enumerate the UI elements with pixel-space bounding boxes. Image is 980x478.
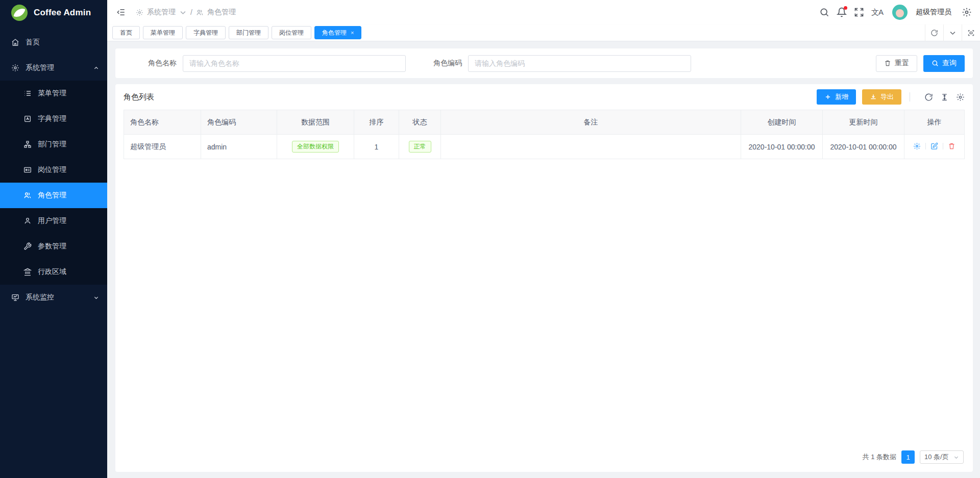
sidebar-group-label: 系统管理 [26,63,54,72]
sidebar-item-param-mgmt[interactable]: 参数管理 [0,234,107,259]
refresh-icon[interactable] [924,93,933,102]
cell-remark [441,135,741,159]
sidebar-item-label: 菜单管理 [38,89,66,98]
sidebar-item-dict-mgmt[interactable]: 字典管理 [0,106,107,132]
page-number-button[interactable]: 1 [901,450,915,464]
sidebar-group-label: 系统监控 [26,293,54,302]
app-logo[interactable]: Coffee Admin [0,0,107,26]
role-code-input[interactable] [468,55,691,72]
tab-dept-mgmt[interactable]: 部门管理 [229,26,268,39]
username[interactable]: 超级管理员 [916,8,951,17]
role-table: 角色名称 角色编码 数据范围 排序 状态 备注 创建时间 更新时间 操作 超级管… [124,110,965,159]
row-edit-icon[interactable] [930,142,938,150]
sidebar-submenu-system: 菜单管理 字典管理 部门管理 岗位管理 角色管理 用户管理 [0,81,107,285]
status-badge: 正常 [409,141,431,153]
cell-created-at: 2020-10-01 00:00:00 [741,135,823,159]
top-header: 系统管理 / 角色管理 文A 超级管理员 [107,0,980,24]
sidebar-item-user-mgmt[interactable]: 用户管理 [0,208,107,234]
export-button[interactable]: 导出 [862,89,901,105]
role-name-input[interactable] [183,55,406,72]
tab-role-mgmt[interactable]: 角色管理 × [314,26,361,39]
translate-icon[interactable]: 文A [871,8,883,17]
gear-icon [11,64,19,72]
sidebar-item-label: 首页 [26,38,40,47]
page-size-select[interactable]: 10 条/页 [920,450,964,464]
role-name-label: 角色名称 [148,59,177,68]
sidebar: Coffee Admin 首页 系统管理 菜单管理 字典管理 部门管理 [0,0,107,478]
col-data-scope: 数据范围 [277,110,354,135]
pagination-total: 共 1 条数据 [863,452,896,462]
sidebar-item-label: 角色管理 [38,191,66,200]
col-remark: 备注 [441,110,741,135]
clear-icon [884,60,891,67]
tab-close-icon[interactable]: × [351,30,354,36]
tab-menu-mgmt[interactable]: 菜单管理 [143,26,183,39]
tab-post-mgmt[interactable]: 岗位管理 [272,26,311,39]
role-code-field: 角色编码 [433,55,691,72]
role-icon [196,9,204,16]
row-permission-gear-icon[interactable] [913,142,921,150]
col-role-name: 角色名称 [124,110,201,135]
search-icon [932,60,939,67]
search-form-card: 角色名称 角色编码 重置 查询 [115,48,973,78]
breadcrumb-level1[interactable]: 系统管理 [147,8,176,17]
column-settings-gear-icon[interactable] [956,93,965,102]
gear-icon [136,9,143,16]
avatar[interactable] [892,5,908,20]
role-name-field: 角色名称 [148,55,406,72]
sidebar-group-monitor[interactable]: 系统监控 [0,285,107,310]
col-actions: 操作 [904,110,965,135]
query-button[interactable]: 查询 [923,55,965,72]
chevron-down-icon [179,9,187,16]
refresh-icon [930,29,938,37]
maximize-icon [967,29,975,37]
settings-gear-icon[interactable] [962,7,972,17]
download-icon [870,93,877,100]
home-icon [11,38,19,46]
tab-home[interactable]: 首页 [112,26,140,39]
app-title: Coffee Admin [34,8,91,18]
row-delete-icon[interactable] [948,142,955,150]
tab-maximize-button[interactable] [962,24,980,41]
sidebar-item-menu-mgmt[interactable]: 菜单管理 [0,81,107,106]
role-code-label: 角色编码 [433,59,462,68]
col-status: 状态 [399,110,441,135]
monitor-icon [11,293,19,301]
col-sort: 排序 [354,110,399,135]
reset-button[interactable]: 重置 [876,55,917,72]
pagination: 共 1 条数据 1 10 条/页 [124,443,965,472]
add-button[interactable]: 新增 [817,89,856,105]
cell-updated-at: 2020-10-01 00:00:00 [823,135,904,159]
col-created-at: 创建时间 [741,110,823,135]
sidebar-group-system[interactable]: 系统管理 [0,55,107,81]
sidebar-item-label: 参数管理 [38,242,66,251]
plus-icon [824,93,831,100]
tab-dict-mgmt[interactable]: 字典管理 [186,26,226,39]
sidebar-collapse-icon[interactable] [116,8,126,17]
table-row: 超级管理员 admin 全部数据权限 1 正常 2020-10-01 00:00… [124,135,965,159]
row-height-icon[interactable] [940,93,949,102]
sidebar-item-role-mgmt[interactable]: 角色管理 [0,183,107,208]
tab-options-button[interactable] [943,24,962,41]
region-icon [23,268,32,276]
fullscreen-icon[interactable] [854,7,864,17]
cell-role-name: 超级管理员 [124,135,201,159]
chevron-down-icon [93,295,99,300]
sidebar-item-region[interactable]: 行政区域 [0,259,107,285]
sidebar-item-dept-mgmt[interactable]: 部门管理 [0,132,107,157]
chevron-down-icon [953,455,959,460]
search-icon[interactable] [819,7,829,17]
cell-sort: 1 [354,135,399,159]
sidebar-item-label: 岗位管理 [38,165,66,174]
sidebar-item-post-mgmt[interactable]: 岗位管理 [0,157,107,183]
app-logo-icon [11,5,28,21]
dictionary-icon [23,115,32,123]
data-scope-tag: 全部数据权限 [292,141,339,153]
tab-refresh-button[interactable] [925,24,943,41]
sidebar-item-label: 部门管理 [38,140,66,149]
sidebar-item-home[interactable]: 首页 [0,30,107,55]
breadcrumb-separator: / [190,8,192,16]
breadcrumb: 系统管理 / 角色管理 [136,8,236,17]
wrench-icon [23,242,32,250]
notification-bell-icon[interactable] [837,7,847,17]
